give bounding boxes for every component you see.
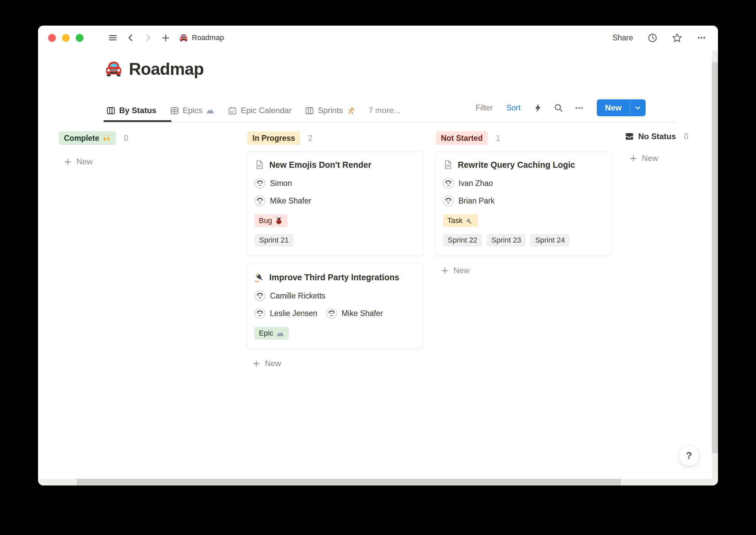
tab-by-status[interactable]: By Status <box>106 106 157 115</box>
person-name: Mike Shafer <box>342 309 383 318</box>
person-name: Simon <box>270 179 292 188</box>
tab-label: Sprints <box>318 106 343 115</box>
tab-sprints[interactable]: Sprints <box>305 106 355 115</box>
window-controls <box>48 26 83 50</box>
runner-icon <box>347 106 355 115</box>
app-window: Roadmap Share Roadmap <box>38 26 718 485</box>
card[interactable]: Improve Third Party IntegrationsCamille … <box>247 264 423 349</box>
add-card-button[interactable]: New <box>624 154 718 163</box>
new-button-group: New <box>597 99 645 116</box>
avatar-icon <box>443 195 454 206</box>
card[interactable]: Rewrite Query Caching LogicIvan ZhaoBria… <box>435 151 612 256</box>
mountain-icon <box>276 329 284 338</box>
inbox-icon <box>624 131 634 141</box>
tag-label: Bug <box>259 216 272 225</box>
add-card-label: New <box>265 359 281 368</box>
add-card-label: New <box>642 154 658 163</box>
column-cards: Rewrite Query Caching LogicIvan ZhaoBria… <box>435 151 612 256</box>
hammer-icon <box>465 217 474 225</box>
person-name: Leslie Jensen <box>270 309 317 318</box>
horizontal-scrollbar-thumb[interactable] <box>77 479 621 485</box>
tab-epic-calendar[interactable]: Epic Calendar <box>228 106 291 115</box>
minimize-window-button[interactable] <box>62 34 70 42</box>
chevron-down-icon[interactable] <box>630 99 646 116</box>
add-card-button[interactable]: New <box>247 359 423 368</box>
sprint-chip: Sprint 21 <box>254 234 294 247</box>
assignee: Mike Shafer <box>326 308 383 319</box>
titlebar-left: Roadmap <box>108 26 224 50</box>
tag-row: Epic <box>254 327 415 340</box>
column-header: No Status0 <box>624 131 718 141</box>
zoom-window-button[interactable] <box>76 34 83 42</box>
person-name: Brian Park <box>458 196 494 206</box>
new-tab-icon[interactable] <box>161 33 170 42</box>
forward-icon[interactable] <box>144 33 152 42</box>
plus-icon <box>629 154 638 163</box>
search-icon[interactable] <box>554 103 563 113</box>
assignee-row: Camille Ricketts <box>254 290 415 301</box>
tag-badge: Bug <box>254 214 287 227</box>
page-title: Roadmap <box>129 59 204 79</box>
sprint-chip: Sprint 22 <box>443 234 482 247</box>
tab-label: By Status <box>119 106 157 115</box>
view-options-icon[interactable] <box>574 103 584 113</box>
current-page-tab[interactable]: Roadmap <box>179 33 224 42</box>
back-icon[interactable] <box>126 33 135 42</box>
share-button[interactable]: Share <box>613 33 633 42</box>
close-window-button[interactable] <box>48 34 56 42</box>
plus-icon <box>252 359 261 368</box>
tag-row: Task <box>443 214 604 227</box>
sidebar-menu-icon[interactable] <box>108 33 117 42</box>
card[interactable]: New Emojis Don't RenderSimonMike ShaferB… <box>247 151 423 256</box>
person-name: Ivan Zhao <box>458 179 493 188</box>
filter-button[interactable]: Filter <box>476 103 493 113</box>
card-title: Improve Third Party Integrations <box>269 273 399 282</box>
favorite-star-icon[interactable] <box>672 33 682 43</box>
card-title-row: Rewrite Query Caching Logic <box>443 159 604 170</box>
column-status-badge[interactable]: Complete <box>59 131 116 145</box>
assignee-row: Brian Park <box>443 195 604 206</box>
assignee: Camille Ricketts <box>254 290 325 301</box>
tab-epics[interactable]: Epics <box>170 106 215 115</box>
sprint-chip: Sprint 23 <box>487 234 526 247</box>
person-name: Mike Shafer <box>270 196 311 206</box>
more-tabs-button[interactable]: 7 more... <box>369 106 401 115</box>
board-column-no-status: No Status0New <box>624 131 718 368</box>
avatar-icon <box>443 178 454 189</box>
column-status-badge[interactable]: In Progress <box>247 131 300 145</box>
person-name: Camille Ricketts <box>270 291 325 301</box>
table-icon <box>170 106 179 115</box>
column-title: No Status <box>624 131 676 141</box>
column-name: In Progress <box>252 134 295 143</box>
desktop-background: Roadmap Share Roadmap <box>0 0 756 535</box>
column-count: 2 <box>308 134 313 143</box>
tag-row: Bug <box>254 214 415 227</box>
avatar-icon <box>254 308 265 319</box>
more-options-icon[interactable] <box>696 33 707 43</box>
clock-history-icon[interactable] <box>647 33 658 43</box>
titlebar: Roadmap Share <box>38 26 718 50</box>
column-count: 0 <box>124 134 128 143</box>
add-card-button[interactable]: New <box>435 266 612 275</box>
card-title: New Emojis Don't Render <box>269 160 371 170</box>
help-button[interactable]: ? <box>679 445 699 466</box>
board-icon <box>305 106 314 115</box>
tabs-divider <box>104 122 676 123</box>
titlebar-right: Share <box>613 26 707 50</box>
assignee: Leslie Jensen <box>254 308 317 319</box>
car-icon[interactable] <box>104 60 123 78</box>
sprint-row: Sprint 22Sprint 23Sprint 24 <box>443 234 604 247</box>
assignee: Brian Park <box>443 195 494 206</box>
add-card-button[interactable]: New <box>58 157 235 166</box>
sort-button[interactable]: Sort <box>506 103 520 113</box>
window-title: Roadmap <box>192 33 224 42</box>
board-column-in-progress: In Progress2New Emojis Don't RenderSimon… <box>247 131 423 368</box>
new-button[interactable]: New <box>597 99 629 116</box>
lightning-icon[interactable] <box>533 103 543 113</box>
avatar-icon <box>254 195 265 206</box>
vertical-scrollbar-thumb[interactable] <box>712 62 718 453</box>
column-header: In Progress2 <box>247 131 423 145</box>
column-name: Complete <box>64 134 99 143</box>
tag-label: Epic <box>259 329 273 338</box>
column-status-badge[interactable]: Not Started <box>436 131 488 145</box>
